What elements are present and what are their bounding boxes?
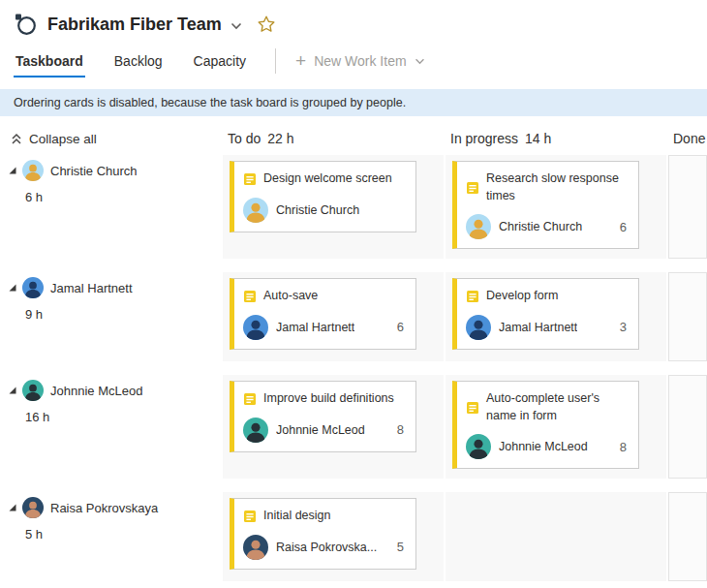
star-icon[interactable]	[257, 15, 276, 34]
person-cell: Jamal Hartnett 9 h	[0, 272, 221, 361]
done-cell	[668, 272, 707, 361]
avatar	[466, 434, 491, 459]
board-row: Raisa Pokrovskaya 5 h Initial design	[0, 492, 707, 581]
person-cell: Johnnie McLeod 16 h	[0, 375, 221, 479]
yellow-task-note-icon	[243, 391, 257, 408]
team-logo-icon	[14, 12, 39, 37]
yellow-task-note-icon	[243, 509, 257, 525]
person-name: Raisa Pokrovskaya	[50, 501, 158, 515]
person-hours: 16 h	[25, 410, 221, 424]
card-title: Initial design	[263, 508, 331, 525]
card-assignee: Christie Church	[499, 220, 582, 233]
task-card[interactable]: Auto-save Jamal Hartnett 6	[230, 278, 416, 350]
board-row: Jamal Hartnett 9 h Auto-save	[0, 272, 707, 361]
person-name: Christie Church	[50, 164, 138, 178]
done-cell	[668, 375, 707, 479]
triangle-expanded-icon[interactable]	[8, 166, 17, 175]
plus-icon: +	[295, 51, 306, 70]
avatar	[243, 198, 268, 223]
remaining-work[interactable]: 8	[397, 422, 406, 437]
task-card[interactable]: Develop form Jamal Hartnett 3	[452, 278, 639, 350]
card-assignee: Jamal Hartnett	[499, 321, 577, 334]
tab-taskboard[interactable]: Taskboard	[14, 45, 85, 77]
person-hours: 6 h	[25, 190, 221, 204]
person-cell: Raisa Pokrovskaya 5 h	[0, 492, 221, 581]
remaining-work[interactable]: 8	[620, 440, 629, 454]
person-hours: 5 h	[25, 527, 221, 542]
person-name: Jamal Hartnett	[50, 281, 133, 295]
done-cell	[668, 492, 707, 581]
avatar	[243, 418, 268, 443]
task-card[interactable]: Design welcome screen Christie Church	[230, 161, 416, 232]
chevron-down-icon[interactable]	[231, 22, 242, 30]
avatar	[22, 160, 44, 181]
tab-capacity[interactable]: Capacity	[192, 45, 248, 77]
triangle-expanded-icon[interactable]	[8, 386, 17, 395]
tab-backlog[interactable]: Backlog	[112, 45, 165, 77]
remaining-work[interactable]: 6	[620, 220, 629, 234]
avatar	[22, 380, 44, 401]
yellow-task-note-icon	[466, 171, 479, 204]
inprogress-cell: Research slow response times Christie Ch…	[446, 155, 666, 259]
remaining-work[interactable]: 5	[397, 540, 406, 554]
todo-cell: Design welcome screen Christie Church	[223, 155, 444, 259]
column-header-todo: To do22 h	[223, 131, 444, 146]
avatar	[22, 497, 44, 518]
collapse-all-label: Collapse all	[29, 132, 97, 146]
triangle-expanded-icon[interactable]	[8, 283, 17, 293]
person-name: Johnnie McLeod	[50, 384, 142, 398]
yellow-task-note-icon	[466, 289, 479, 305]
new-work-item-button[interactable]: + New Work Item	[295, 53, 425, 70]
board-row: Christie Church 6 h Design welcome scree…	[0, 155, 707, 259]
inprogress-cell	[446, 492, 666, 581]
avatar	[243, 535, 268, 560]
board-row: Johnnie McLeod 16 h Improve build defini…	[0, 375, 707, 479]
tab-bar: Taskboard Backlog Capacity + New Work It…	[0, 43, 707, 77]
divider	[275, 48, 276, 74]
card-assignee: Johnnie McLeod	[276, 423, 365, 437]
done-cell	[668, 155, 707, 259]
info-banner: Ordering cards is disabled, because the …	[0, 89, 707, 116]
todo-cell: Auto-save Jamal Hartnett 6	[223, 272, 444, 361]
remaining-work[interactable]: 6	[397, 320, 406, 334]
avatar	[466, 315, 491, 340]
person-hours: 9 h	[25, 307, 221, 322]
yellow-task-note-icon	[466, 391, 479, 424]
card-assignee: Raisa Pokrovska...	[276, 541, 377, 554]
inprogress-cell: Auto-complete user's name in form Johnni…	[446, 375, 666, 479]
team-name[interactable]: Fabrikam Fiber Team	[47, 15, 222, 35]
remaining-work[interactable]: 3	[620, 320, 629, 334]
avatar	[466, 214, 491, 239]
card-assignee: Jamal Hartnett	[276, 321, 354, 334]
avatar	[243, 315, 268, 340]
task-card[interactable]: Initial design Raisa Pokrovska... 5	[230, 498, 416, 570]
collapse-all-button[interactable]: Collapse all	[0, 132, 221, 146]
taskboard: Collapse all To do22 h In progress14 h D…	[0, 116, 707, 581]
chevron-down-icon	[415, 58, 425, 65]
column-header-inprogress: In progress14 h	[446, 131, 666, 146]
card-title: Improve build definitions	[263, 390, 394, 408]
todo-cell: Initial design Raisa Pokrovska... 5	[223, 492, 444, 581]
card-title: Develop form	[486, 288, 558, 305]
task-card[interactable]: Research slow response times Christie Ch…	[452, 161, 639, 249]
card-assignee: Johnnie McLeod	[499, 440, 588, 453]
task-card[interactable]: Improve build definitions Johnnie McLeod…	[230, 381, 416, 452]
yellow-task-note-icon	[243, 289, 257, 305]
inprogress-cell: Develop form Jamal Hartnett 3	[446, 272, 666, 361]
yellow-task-note-icon	[243, 171, 257, 188]
avatar	[22, 277, 44, 298]
double-chevron-up-icon	[11, 133, 22, 145]
board-header-row: Collapse all To do22 h In progress14 h D…	[0, 126, 707, 151]
board-rows: Christie Church 6 h Design welcome scree…	[0, 155, 707, 581]
task-card[interactable]: Auto-complete user's name in form Johnni…	[452, 381, 639, 469]
column-header-done: Done	[668, 131, 707, 146]
triangle-expanded-icon[interactable]	[8, 503, 17, 512]
card-title: Research slow response times	[486, 170, 629, 204]
todo-cell: Improve build definitions Johnnie McLeod…	[223, 375, 444, 479]
card-title: Auto-save	[263, 288, 318, 305]
person-cell: Christie Church 6 h	[0, 155, 221, 259]
card-title: Auto-complete user's name in form	[486, 390, 629, 424]
card-assignee: Christie Church	[276, 203, 359, 217]
new-work-item-label: New Work Item	[314, 53, 406, 69]
card-title: Design welcome screen	[263, 170, 392, 188]
